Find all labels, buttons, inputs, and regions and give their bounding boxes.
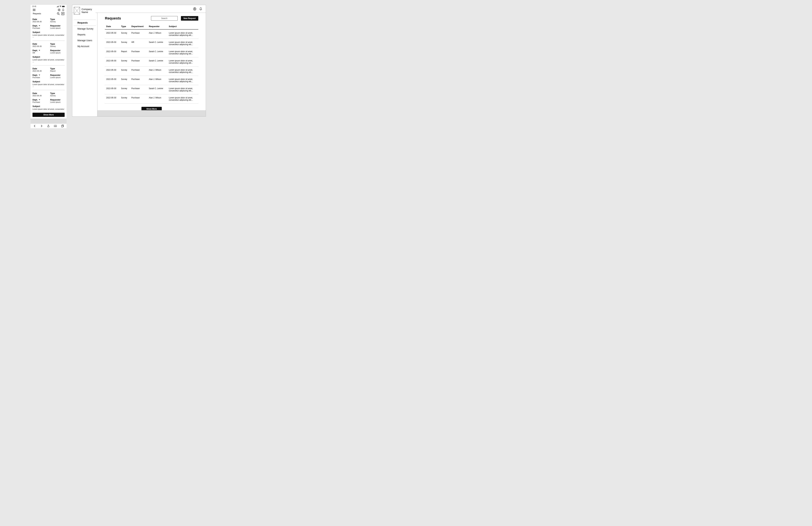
cell-type: Report bbox=[120, 48, 130, 57]
value-type: Report bbox=[50, 70, 64, 72]
table-row[interactable]: 2022-05-30SurveyHRSarah C. LemireLorem i… bbox=[105, 39, 198, 48]
value-subject: Lorem ipsum dolor sit amet, consectetur … bbox=[32, 34, 64, 38]
search-icon[interactable] bbox=[57, 12, 60, 15]
cell-date: 2022-05-30 bbox=[105, 76, 120, 85]
cell-subject: Lorem ipsum dolor sit amet, consectetur … bbox=[168, 94, 198, 104]
label-dept[interactable]: Dept. bbox=[32, 99, 47, 101]
sidebar-item-manage-users[interactable]: Manage Users bbox=[74, 38, 96, 43]
value-type: Survey bbox=[50, 20, 64, 23]
table-row[interactable]: 2022-05-30SurveyPurchaseAlan J. WilsonLo… bbox=[105, 29, 198, 39]
cell-requester: Sarah C. Lemire bbox=[148, 85, 168, 94]
label-subject: Subject bbox=[32, 81, 64, 83]
label-type: Type bbox=[50, 43, 64, 45]
svg-rect-2 bbox=[58, 6, 58, 7]
cell-type: Survey bbox=[120, 57, 130, 67]
table-row[interactable]: 2022-05-30SurveyPurchaseAlan J. WilsonLo… bbox=[105, 94, 198, 104]
svg-rect-3 bbox=[58, 6, 59, 7]
cell-requester: Sarah C. Lemire bbox=[148, 57, 168, 67]
mobile-page-title: Requests bbox=[33, 13, 41, 15]
cell-subject: Lorem ipsum dolor sit amet, consectetur … bbox=[168, 29, 198, 39]
share-icon[interactable] bbox=[47, 125, 49, 127]
label-subject: Subject bbox=[32, 56, 64, 58]
requests-table: Date Type Department Requester Subject 2… bbox=[105, 25, 198, 104]
svg-rect-1 bbox=[57, 6, 58, 7]
label-date: Date bbox=[32, 43, 47, 45]
cell-date: 2022-05-30 bbox=[105, 67, 120, 76]
value-subject: Lorem ipsum dolor sit amet, consectetur … bbox=[32, 108, 64, 111]
sidebar-item-requests[interactable]: Requests bbox=[74, 20, 96, 26]
value-date: 2022-05-30 bbox=[32, 45, 47, 47]
table-row[interactable]: 2022-05-30ReportPurchaseSarah C. LemireL… bbox=[105, 48, 198, 57]
label-date: Date bbox=[32, 68, 47, 70]
mobile-card-list[interactable]: Date2022-05-30TypeSurveyDept. PurchaseRe… bbox=[30, 16, 67, 111]
col-subject: Subject bbox=[168, 25, 198, 29]
value-dept: Purchase bbox=[32, 27, 47, 29]
wifi-icon bbox=[59, 6, 61, 7]
label-date: Date bbox=[32, 92, 47, 94]
copy-icon[interactable] bbox=[61, 125, 64, 127]
mobile-topbar bbox=[30, 8, 67, 12]
bell-icon[interactable] bbox=[199, 7, 202, 11]
mobile-request-card[interactable]: Date2022-05-30TypeSurveyDept. HRRequeste… bbox=[32, 41, 64, 65]
mobile-bottom-nav bbox=[30, 124, 67, 128]
svg-rect-7 bbox=[33, 10, 35, 10]
value-subject: Lorem ipsum dolor sit amet, consectetur … bbox=[32, 84, 64, 87]
label-dept[interactable]: Dept. bbox=[32, 25, 47, 27]
cell-type: Survey bbox=[120, 76, 130, 85]
svg-rect-5 bbox=[64, 6, 65, 7]
account-icon[interactable] bbox=[193, 7, 196, 11]
mobile-request-card[interactable]: Date2022-05-30TypeSurveyDept. PurchaseRe… bbox=[32, 90, 64, 111]
cell-requester: Sarah C. Lemire bbox=[148, 39, 168, 48]
book-icon[interactable] bbox=[54, 125, 57, 127]
sidebar-item-reports[interactable]: Reports bbox=[74, 32, 96, 38]
label-dept[interactable]: Dept. bbox=[32, 49, 47, 52]
desktop-footer bbox=[98, 110, 206, 116]
forward-icon[interactable] bbox=[41, 125, 43, 127]
col-department: Department bbox=[130, 25, 148, 29]
table-row[interactable]: 2022-05-30SurveyPurchaseAlan J. WilsonLo… bbox=[105, 67, 198, 76]
label-requester: Requester bbox=[50, 74, 64, 76]
label-requester: Requester bbox=[50, 49, 64, 52]
svg-point-10 bbox=[59, 9, 60, 10]
back-icon[interactable] bbox=[33, 125, 36, 127]
label-date: Date bbox=[32, 18, 47, 20]
sidebar: Company Name Requests Manage Survey Repo… bbox=[72, 13, 98, 116]
main: Requests Search New Request Date Type De… bbox=[98, 13, 206, 116]
status-time: 15:45 bbox=[32, 5, 36, 7]
value-requester: Lorem ipsum bbox=[50, 52, 64, 54]
value-type: Survey bbox=[50, 45, 64, 47]
main-header: Requests Search New Request bbox=[105, 16, 198, 20]
chevron-down-icon bbox=[39, 75, 40, 76]
new-request-button[interactable]: New Request bbox=[181, 16, 198, 20]
cell-requester: Alan J. Wilson bbox=[148, 29, 168, 39]
col-date: Date bbox=[105, 25, 120, 29]
cell-requester: Sarah C. Lemire bbox=[148, 48, 168, 57]
value-dept: Purchase bbox=[32, 76, 47, 78]
search-input[interactable]: Search bbox=[151, 16, 178, 20]
cell-department: Purchase bbox=[130, 29, 148, 39]
mobile-request-card[interactable]: Date2022-05-30TypeReportDept. PurchaseRe… bbox=[32, 65, 64, 90]
mobile-request-card[interactable]: Date2022-05-30TypeSurveyDept. PurchaseRe… bbox=[32, 16, 64, 41]
sidebar-item-my-account[interactable]: My Account bbox=[74, 43, 96, 49]
cell-date: 2022-05-30 bbox=[105, 48, 120, 57]
table-row[interactable]: 2022-05-30SurveyPurchaseSarah C. LemireL… bbox=[105, 85, 198, 94]
table-row[interactable]: 2022-05-30SurveyPurchaseSarah C. LemireL… bbox=[105, 57, 198, 67]
sidebar-item-manage-survey[interactable]: Manage Survey bbox=[74, 26, 96, 32]
table-row[interactable]: 2022-05-30SurveyPurchaseAlan J. WilsonLo… bbox=[105, 76, 198, 85]
signal-icon bbox=[57, 6, 59, 7]
svg-line-12 bbox=[59, 14, 59, 15]
col-requester: Requester bbox=[148, 25, 168, 29]
svg-rect-0 bbox=[57, 7, 57, 7]
value-date: 2022-05-30 bbox=[32, 20, 47, 23]
label-dept[interactable]: Dept. bbox=[32, 74, 47, 76]
account-icon[interactable] bbox=[58, 9, 60, 11]
show-more-button[interactable]: Show More bbox=[32, 113, 64, 117]
value-dept: HR bbox=[32, 52, 47, 54]
menu-icon[interactable] bbox=[33, 9, 35, 11]
bell-icon[interactable] bbox=[62, 9, 64, 11]
label-subject: Subject bbox=[32, 31, 64, 33]
cell-date: 2022-05-30 bbox=[105, 85, 120, 94]
cell-department: HR bbox=[130, 39, 148, 48]
svg-point-11 bbox=[57, 13, 59, 14]
add-icon[interactable] bbox=[61, 12, 64, 15]
